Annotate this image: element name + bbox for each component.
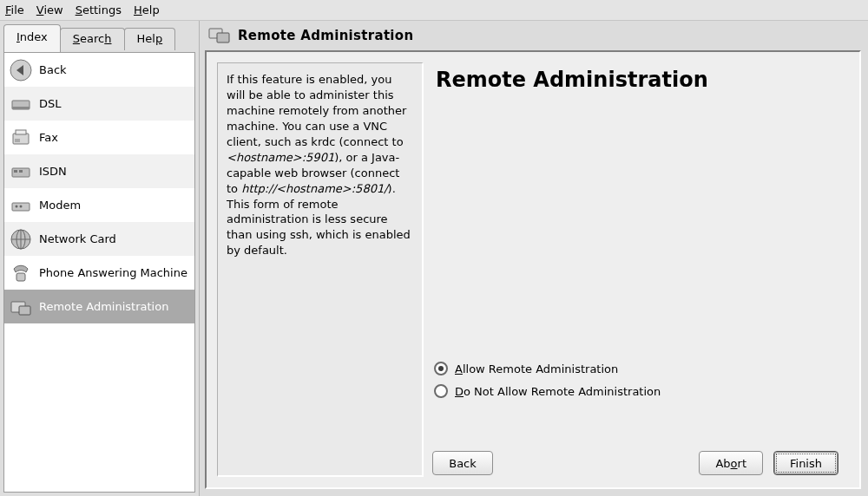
sidebar-item-fax[interactable]: Fax: [4, 121, 194, 154]
sidebar-item-label: ISDN: [39, 165, 67, 178]
svg-rect-2: [12, 107, 30, 109]
sidebar: Index Search Help Back DSL Fax: [0, 21, 200, 496]
tab-index[interactable]: Index: [3, 24, 61, 52]
tab-help[interactable]: Help: [124, 28, 176, 50]
help-text-segment: If this feature is enabled, you will be …: [227, 73, 406, 148]
svg-rect-14: [16, 273, 25, 281]
content-area: Remote Administration If this feature is…: [200, 21, 868, 496]
phone-icon: [8, 260, 34, 286]
radio-label: Allow Remote Administration: [455, 362, 618, 375]
back-button[interactable]: Back: [432, 451, 493, 475]
remote-admin-icon: [8, 294, 34, 320]
sidebar-item-isdn[interactable]: ISDN: [4, 154, 194, 188]
svg-rect-18: [217, 33, 229, 42]
finish-button[interactable]: Finish: [773, 451, 838, 475]
svg-rect-8: [19, 170, 23, 173]
menu-settings[interactable]: Settings: [76, 3, 122, 16]
radio-label: Do Not Allow Remote Administration: [455, 385, 661, 398]
menubar: File View Settings Help: [0, 0, 868, 21]
sidebar-tabs: Index Search Help: [3, 24, 195, 52]
form-area: Remote Administration Allow Remote Admin…: [432, 62, 849, 477]
sidebar-item-label: Network Card: [39, 232, 116, 245]
menu-file[interactable]: File: [5, 3, 24, 16]
sidebar-item-label: Phone Answering Machine: [39, 266, 187, 279]
help-text: If this feature is enabled, you will be …: [217, 62, 424, 477]
radio-group: Allow Remote Administration Do Not Allow…: [432, 357, 849, 402]
radio-deny[interactable]: Do Not Allow Remote Administration: [434, 380, 849, 402]
sidebar-item-dsl[interactable]: DSL: [4, 87, 194, 121]
remote-admin-title-icon: [208, 26, 231, 45]
isdn-device-icon: [8, 159, 34, 185]
tab-search[interactable]: Search: [60, 28, 125, 50]
sidebar-item-label: Back: [39, 63, 67, 76]
svg-rect-5: [15, 139, 20, 142]
svg-point-10: [16, 205, 18, 207]
modem-icon: [8, 193, 34, 219]
menu-view[interactable]: View: [36, 3, 63, 16]
sidebar-item-phone-answering-machine[interactable]: Phone Answering Machine: [4, 256, 194, 290]
globe-network-icon: [8, 226, 34, 252]
menu-help[interactable]: Help: [134, 3, 160, 16]
radio-allow[interactable]: Allow Remote Administration: [434, 357, 849, 380]
fax-machine-icon: [8, 125, 34, 151]
sidebar-item-label: Modem: [39, 199, 81, 212]
svg-point-11: [20, 205, 23, 207]
sidebar-item-label: Fax: [39, 131, 58, 144]
sidebar-item-back[interactable]: Back: [4, 53, 194, 87]
page-titlebar: Remote Administration: [205, 26, 861, 50]
help-text-hostname1: <hostname>:5901: [227, 151, 334, 164]
svg-rect-7: [14, 170, 17, 173]
radio-button-icon: [434, 384, 448, 398]
page-title: Remote Administration: [238, 28, 413, 43]
sidebar-item-label: Remote Administration: [39, 300, 168, 313]
radio-button-icon: [434, 362, 448, 375]
button-bar: Back Abort Finish: [432, 451, 838, 475]
abort-button[interactable]: Abort: [699, 451, 763, 475]
sidebar-item-remote-administration[interactable]: Remote Administration: [4, 290, 194, 323]
svg-rect-4: [16, 130, 26, 134]
page-heading: Remote Administration: [432, 62, 849, 92]
sidebar-item-network-card[interactable]: Network Card: [4, 222, 194, 256]
sidebar-item-label: DSL: [39, 97, 62, 110]
back-arrow-icon: [8, 57, 34, 83]
svg-rect-16: [19, 306, 30, 315]
help-text-hostname2: http://<hostname>:5801/: [241, 182, 387, 195]
dsl-modem-icon: [8, 91, 34, 117]
sidebar-item-modem[interactable]: Modem: [4, 188, 194, 222]
main-panel: If this feature is enabled, you will be …: [205, 50, 861, 489]
sidebar-list: Back DSL Fax ISDN: [3, 52, 195, 493]
